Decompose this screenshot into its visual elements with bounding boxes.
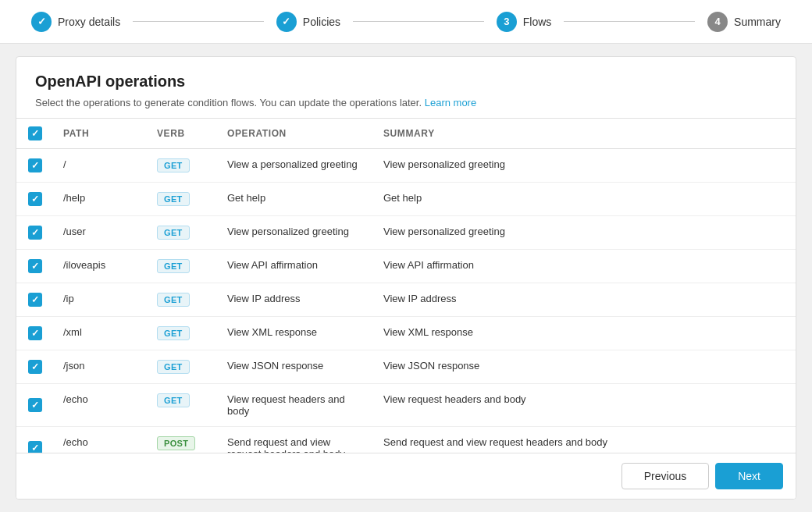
card-description-text: Select the operations to generate condit… xyxy=(35,97,425,108)
table-row: /userGETView personalized greetingView p… xyxy=(16,216,796,250)
row-checkbox-6 xyxy=(16,350,54,384)
row-checkbox-4 xyxy=(16,283,54,317)
table-row: /ipGETView IP addressView IP address xyxy=(16,283,796,317)
card-header: OpenAPI operations Select the operations… xyxy=(16,57,796,118)
step-connector-3 xyxy=(564,21,695,22)
row-checkbox-0 xyxy=(16,149,54,183)
verb-badge-5: GET xyxy=(157,326,190,340)
verb-badge-6: GET xyxy=(157,360,190,374)
table-row: /echoGETView request headers and bodyVie… xyxy=(16,384,796,427)
row-checkbox-5 xyxy=(16,317,54,350)
step-connector-2 xyxy=(353,21,484,22)
step-circle-policies xyxy=(276,12,297,32)
next-button[interactable]: Next xyxy=(715,463,783,489)
verb-badge-1: GET xyxy=(157,192,190,206)
cell-path-5: /xml xyxy=(54,317,148,350)
cell-operation-1: Get help xyxy=(218,183,374,216)
step-label-policies: Policies xyxy=(303,16,340,28)
table-container: PATH VERB OPERATION SUMMARY /GETView a p… xyxy=(16,118,796,453)
table-row: /GETView a personalized greetingView per… xyxy=(16,149,796,183)
cell-verb-8: POST xyxy=(148,427,218,453)
card-footer: Previous Next xyxy=(16,453,796,499)
header-verb: VERB xyxy=(148,119,218,149)
checkbox-6[interactable] xyxy=(28,360,42,374)
wizard-header: Proxy details Policies 3 Flows 4 Summary xyxy=(0,0,812,44)
previous-button[interactable]: Previous xyxy=(621,463,709,489)
cell-operation-2: View personalized greeting xyxy=(218,216,374,250)
cell-path-1: /help xyxy=(54,183,148,216)
step-label-summary: Summary xyxy=(734,16,781,28)
cell-operation-8: Send request and view request headers an… xyxy=(218,427,374,453)
cell-summary-3: View API affirmation xyxy=(374,250,796,283)
cell-path-3: /iloveapis xyxy=(54,250,148,283)
cell-operation-3: View API affirmation xyxy=(218,250,374,283)
table-header-row: PATH VERB OPERATION SUMMARY xyxy=(16,119,796,149)
row-checkbox-7 xyxy=(16,384,54,427)
verb-badge-8: POST xyxy=(157,436,195,450)
cell-path-4: /ip xyxy=(54,283,148,317)
wizard-step-summary[interactable]: 4 Summary xyxy=(707,12,781,32)
operations-card: OpenAPI operations Select the operations… xyxy=(16,56,796,500)
step-label-proxy-details: Proxy details xyxy=(58,16,120,28)
table-row: /echoPOSTSend request and view request h… xyxy=(16,427,796,453)
step-circle-summary: 4 xyxy=(707,12,728,32)
cell-verb-6: GET xyxy=(148,350,218,384)
cell-summary-1: Get help xyxy=(374,183,796,216)
wizard-step-proxy-details[interactable]: Proxy details xyxy=(31,12,120,32)
cell-path-7: /echo xyxy=(54,384,148,427)
header-checkbox-col xyxy=(16,119,54,149)
select-all-checkbox[interactable] xyxy=(28,126,42,140)
cell-verb-1: GET xyxy=(148,183,218,216)
cell-path-0: / xyxy=(54,149,148,183)
header-operation: OPERATION xyxy=(218,119,374,149)
checkbox-0[interactable] xyxy=(28,158,42,172)
header-summary: SUMMARY xyxy=(374,119,796,149)
step-label-flows: Flows xyxy=(523,16,552,28)
card-description: Select the operations to generate condit… xyxy=(35,97,777,108)
step-connector-1 xyxy=(133,21,264,22)
wizard-step-policies[interactable]: Policies xyxy=(276,12,340,32)
cell-verb-7: GET xyxy=(148,384,218,427)
checkbox-1[interactable] xyxy=(28,192,42,206)
cell-verb-4: GET xyxy=(148,283,218,317)
row-checkbox-3 xyxy=(16,250,54,283)
card-title: OpenAPI operations xyxy=(35,73,777,91)
checkbox-7[interactable] xyxy=(28,398,42,412)
cell-path-6: /json xyxy=(54,350,148,384)
checkbox-2[interactable] xyxy=(28,226,42,240)
header-path: PATH xyxy=(54,119,148,149)
checkbox-4[interactable] xyxy=(28,293,42,307)
cell-verb-5: GET xyxy=(148,317,218,350)
cell-operation-5: View XML response xyxy=(218,317,374,350)
table-row: /iloveapisGETView API affirmationView AP… xyxy=(16,250,796,283)
cell-summary-4: View IP address xyxy=(374,283,796,317)
table-row: /jsonGETView JSON responseView JSON resp… xyxy=(16,350,796,384)
cell-verb-0: GET xyxy=(148,149,218,183)
cell-summary-8: Send request and view request headers an… xyxy=(374,427,796,453)
wizard-step-flows[interactable]: 3 Flows xyxy=(497,12,552,32)
verb-badge-7: GET xyxy=(157,393,190,407)
row-checkbox-8 xyxy=(16,427,54,453)
cell-operation-4: View IP address xyxy=(218,283,374,317)
operations-table: PATH VERB OPERATION SUMMARY /GETView a p… xyxy=(16,119,796,453)
checkbox-3[interactable] xyxy=(28,259,42,273)
cell-path-8: /echo xyxy=(54,427,148,453)
cell-operation-7: View request headers and body xyxy=(218,384,374,427)
row-checkbox-1 xyxy=(16,183,54,216)
cell-verb-3: GET xyxy=(148,250,218,283)
cell-operation-6: View JSON response xyxy=(218,350,374,384)
checkbox-5[interactable] xyxy=(28,326,42,340)
table-body: /GETView a personalized greetingView per… xyxy=(16,149,796,453)
cell-operation-0: View a personalized greeting xyxy=(218,149,374,183)
verb-badge-0: GET xyxy=(157,158,190,172)
checkbox-8[interactable] xyxy=(28,441,42,453)
verb-badge-2: GET xyxy=(157,226,190,240)
cell-summary-7: View request headers and body xyxy=(374,384,796,427)
table-row: /xmlGETView XML responseView XML respons… xyxy=(16,317,796,350)
cell-verb-2: GET xyxy=(148,216,218,250)
learn-more-link[interactable]: Learn more xyxy=(425,97,476,108)
verb-badge-4: GET xyxy=(157,293,190,307)
step-circle-flows: 3 xyxy=(497,12,517,32)
step-circle-proxy-details xyxy=(31,12,52,32)
cell-summary-6: View JSON response xyxy=(374,350,796,384)
